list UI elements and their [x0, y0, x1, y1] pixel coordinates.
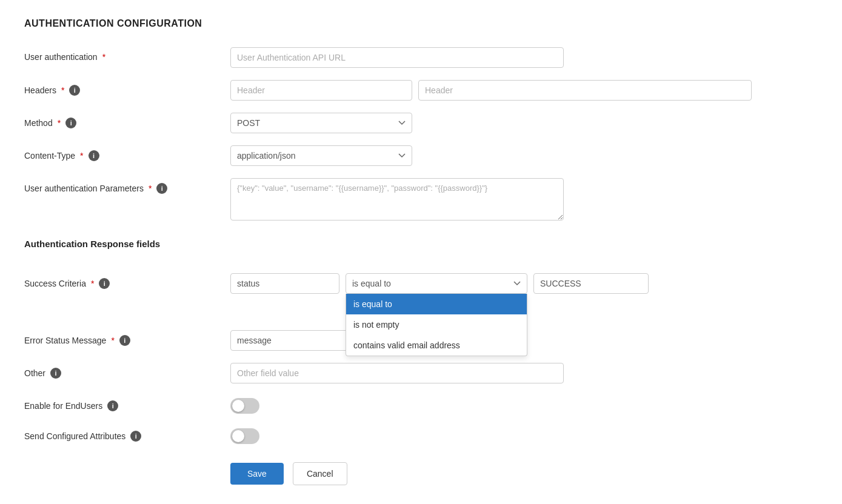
send-configured-info-icon[interactable]: i: [130, 431, 141, 442]
success-criteria-dropdown-list: is equal to is not empty contains valid …: [346, 294, 527, 356]
auth-config-page: AUTHENTICATION CONFIGURATION User authen…: [0, 0, 842, 504]
dropdown-item-valid-email[interactable]: contains valid email address: [346, 335, 527, 356]
cancel-button[interactable]: Cancel: [293, 462, 347, 485]
enable-endusers-row: Enable for EndUsers i: [24, 396, 818, 414]
page-title: AUTHENTICATION CONFIGURATION: [24, 18, 818, 29]
dropdown-item-not-empty[interactable]: is not empty: [346, 314, 527, 335]
method-info-icon[interactable]: i: [65, 118, 76, 128]
send-configured-controls: [230, 426, 818, 444]
success-criteria-row: Success Criteria* i is equal to is not e…: [24, 273, 818, 294]
send-configured-toggle[interactable]: [230, 428, 259, 444]
user-auth-params-row: User authentication Parameters* i: [24, 178, 818, 220]
user-auth-row: User authentication*: [24, 47, 818, 68]
send-configured-label: Send Configured Attributes i: [24, 426, 230, 442]
headers-controls: [230, 80, 818, 101]
content-type-info-icon[interactable]: i: [89, 150, 99, 161]
user-auth-controls: [230, 47, 818, 68]
success-criteria-label: Success Criteria* i: [24, 273, 230, 289]
enable-endusers-controls: [230, 396, 818, 414]
enable-endusers-info-icon[interactable]: i: [107, 400, 118, 411]
send-configured-row: Send Configured Attributes i: [24, 426, 818, 444]
method-label: Method* i: [24, 113, 230, 128]
error-status-info-icon[interactable]: i: [119, 335, 130, 346]
user-auth-params-label: User authentication Parameters* i: [24, 178, 230, 194]
content-type-row: Content-Type* i application/json applica…: [24, 145, 818, 166]
method-select[interactable]: POST GET PUT DELETE PATCH: [230, 113, 412, 133]
method-row: Method* i POST GET PUT DELETE PATCH: [24, 113, 818, 133]
other-label: Other i: [24, 363, 230, 379]
headers-info-icon[interactable]: i: [69, 85, 80, 96]
success-criteria-dropdown-wrapper: is equal to is not empty contains valid …: [346, 273, 527, 294]
dropdown-item-equal[interactable]: is equal to: [346, 294, 527, 314]
auth-response-subtitle: Authentication Response fields: [24, 239, 160, 249]
other-row: Other i: [24, 363, 818, 383]
content-type-label: Content-Type* i: [24, 145, 230, 161]
content-type-controls: application/json application/x-www-form-…: [230, 145, 818, 166]
headers-val-input[interactable]: [418, 80, 752, 101]
other-info-icon[interactable]: i: [50, 368, 61, 379]
content-type-select[interactable]: application/json application/x-www-form-…: [230, 145, 412, 166]
user-auth-params-controls: [230, 178, 818, 220]
enable-endusers-toggle[interactable]: [230, 398, 259, 414]
success-criteria-controls: is equal to is not empty contains valid …: [230, 273, 818, 294]
auth-response-subtitle-row: Authentication Response fields: [24, 233, 818, 261]
other-controls: [230, 363, 818, 383]
other-input[interactable]: [230, 363, 564, 383]
user-auth-params-textarea[interactable]: [230, 178, 564, 220]
success-criteria-condition-select[interactable]: is equal to is not empty contains valid …: [346, 273, 527, 294]
enable-endusers-label: Enable for EndUsers i: [24, 396, 230, 411]
headers-label: Headers* i: [24, 80, 230, 96]
save-button[interactable]: Save: [230, 463, 284, 485]
user-auth-input[interactable]: [230, 47, 564, 68]
button-row: Save Cancel: [24, 462, 818, 485]
success-criteria-info-icon[interactable]: i: [99, 278, 110, 289]
success-criteria-field-input[interactable]: [230, 273, 339, 294]
method-controls: POST GET PUT DELETE PATCH: [230, 113, 818, 133]
success-criteria-value-input[interactable]: [533, 273, 649, 294]
headers-key-input[interactable]: [230, 80, 412, 101]
user-auth-params-info-icon[interactable]: i: [156, 183, 167, 194]
error-status-input[interactable]: [230, 330, 352, 351]
user-auth-label: User authentication*: [24, 47, 230, 62]
error-status-label: Error Status Message* i: [24, 330, 230, 346]
headers-row: Headers* i: [24, 80, 818, 101]
